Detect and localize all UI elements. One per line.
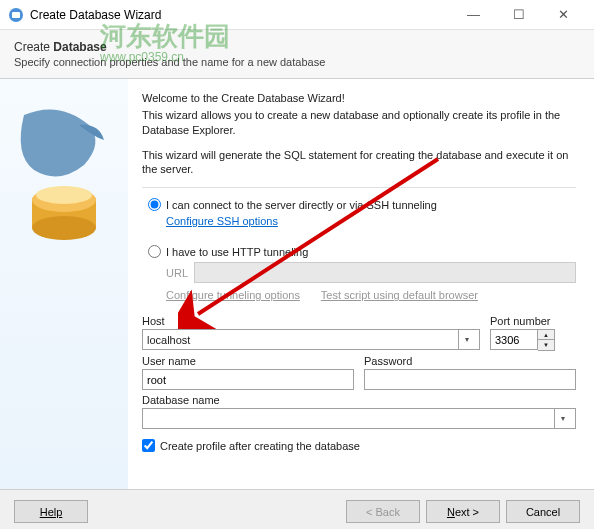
- host-label: Host: [142, 315, 480, 327]
- spin-up-icon[interactable]: ▲: [538, 330, 554, 340]
- host-value: localhost: [147, 334, 458, 346]
- configure-tunneling-link: Configure tunneling options: [166, 289, 300, 301]
- password-field: Password: [364, 355, 576, 390]
- radio-direct-row[interactable]: I can connect to the server directly or …: [148, 198, 576, 211]
- header-subtitle: Specify connection properties and the na…: [14, 56, 580, 68]
- dbname-field: Database name ▾: [142, 394, 576, 429]
- url-label: URL: [166, 267, 194, 279]
- dbname-combo[interactable]: ▾: [142, 408, 576, 429]
- radio-http[interactable]: [148, 245, 161, 258]
- back-button: < Back: [346, 500, 420, 523]
- create-profile-label: Create profile after creating the databa…: [160, 440, 360, 452]
- wizard-content: Welcome to the Create Database Wizard! T…: [128, 79, 594, 489]
- create-profile-row[interactable]: Create profile after creating the databa…: [142, 439, 576, 452]
- port-field: Port number ▲▼: [490, 315, 576, 351]
- username-field: User name: [142, 355, 354, 390]
- username-label: User name: [142, 355, 354, 367]
- test-script-link: Test script using default browser: [321, 289, 478, 301]
- svg-point-4: [32, 216, 96, 240]
- intro-line1: Welcome to the Create Database Wizard!: [142, 91, 576, 106]
- app-icon: [8, 7, 24, 23]
- port-label: Port number: [490, 315, 576, 327]
- configure-ssh-link[interactable]: Configure SSH options: [166, 215, 278, 227]
- spin-down-icon[interactable]: ▼: [538, 340, 554, 350]
- help-button[interactable]: Help: [14, 500, 88, 523]
- chevron-down-icon[interactable]: ▾: [458, 330, 475, 349]
- host-field: Host localhost ▾: [142, 315, 480, 351]
- wizard-header: Create Database Specify connection prope…: [0, 30, 594, 79]
- username-input[interactable]: [142, 369, 354, 390]
- close-button[interactable]: ✕: [541, 0, 586, 30]
- radio-direct[interactable]: [148, 198, 161, 211]
- http-links-row: Configure tunneling options Test script …: [166, 289, 576, 301]
- host-combo[interactable]: localhost ▾: [142, 329, 480, 350]
- cancel-button[interactable]: Cancel: [506, 500, 580, 523]
- url-input: [194, 262, 576, 283]
- create-profile-checkbox[interactable]: [142, 439, 155, 452]
- svg-rect-1: [12, 12, 20, 18]
- connection-form: Host localhost ▾ Port number ▲▼ User: [142, 315, 576, 429]
- divider: [142, 187, 576, 188]
- minimize-button[interactable]: —: [451, 0, 496, 30]
- next-button[interactable]: Next >: [426, 500, 500, 523]
- password-input[interactable]: [364, 369, 576, 390]
- radio-http-row[interactable]: I have to use HTTP tunneling: [148, 245, 576, 258]
- titlebar: Create Database Wizard — ☐ ✕: [0, 0, 594, 30]
- maximize-button[interactable]: ☐: [496, 0, 541, 30]
- wizard-footer: Help < Back Next > Cancel: [0, 489, 594, 529]
- svg-point-6: [36, 186, 92, 204]
- dolphin-db-icon: [9, 95, 119, 245]
- window-title: Create Database Wizard: [30, 8, 451, 22]
- radio-direct-label: I can connect to the server directly or …: [166, 199, 437, 211]
- url-row: URL: [166, 262, 576, 283]
- header-title: Create Database: [14, 40, 580, 54]
- wizard-body: Welcome to the Create Database Wizard! T…: [0, 79, 594, 489]
- spinner-buttons[interactable]: ▲▼: [538, 329, 555, 351]
- intro-line3: This wizard will generate the SQL statem…: [142, 148, 576, 178]
- port-spinner[interactable]: ▲▼: [490, 329, 576, 351]
- dbname-label: Database name: [142, 394, 576, 406]
- password-label: Password: [364, 355, 576, 367]
- port-input[interactable]: [490, 329, 538, 350]
- radio-http-label: I have to use HTTP tunneling: [166, 246, 308, 258]
- chevron-down-icon[interactable]: ▾: [554, 409, 571, 428]
- sidebar-image: [0, 79, 128, 489]
- intro-line2: This wizard allows you to create a new d…: [142, 108, 576, 138]
